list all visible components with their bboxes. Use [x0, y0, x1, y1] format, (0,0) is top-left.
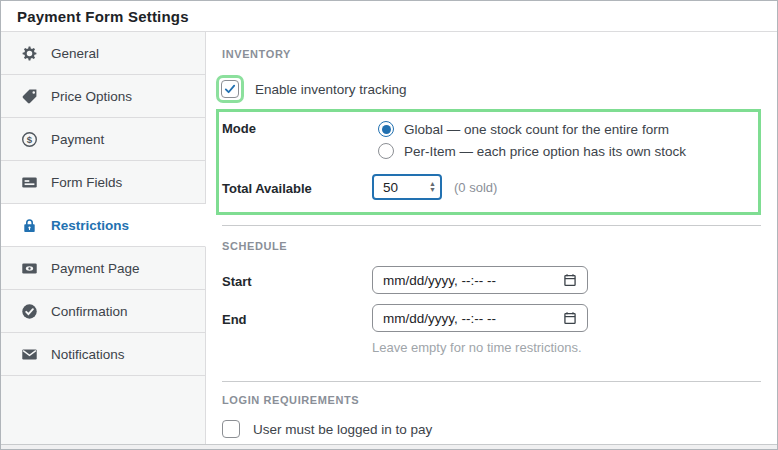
sidebar-item-payment[interactable]: $ Payment — [1, 118, 206, 161]
mode-label: Mode — [222, 118, 372, 136]
payment-form-settings-dialog: Payment Form Settings General Price Opti… — [0, 0, 778, 450]
svg-text:$: $ — [27, 133, 33, 144]
enable-inventory-tracking-row: Enable inventory tracking — [222, 75, 761, 103]
login-requirements-section-heading: Login Requirements — [222, 394, 761, 406]
sidebar-item-label: Payment — [51, 132, 104, 147]
sidebar-item-label: Notifications — [51, 347, 125, 362]
tag-icon — [21, 88, 38, 105]
inventory-options-highlight-box: Mode Global — one stock count for the en… — [216, 109, 761, 215]
total-available-value: 50 — [383, 180, 429, 195]
lock-icon — [21, 217, 38, 234]
sidebar-item-restrictions[interactable]: Restrictions — [1, 204, 206, 247]
calendar-icon[interactable] — [563, 311, 577, 325]
sidebar-item-label: Restrictions — [51, 218, 129, 233]
envelope-icon — [21, 346, 38, 363]
login-required-checkbox[interactable] — [222, 420, 240, 438]
dollar-circle-icon: $ — [21, 131, 38, 148]
total-available-input[interactable]: 50 ▲▼ — [372, 174, 442, 200]
total-available-label: Total Available — [222, 178, 372, 196]
schedule-start-row: Start mm/dd/yyyy, --:-- -- — [222, 266, 761, 294]
sidebar-item-form-fields[interactable]: Form Fields — [1, 161, 206, 204]
start-label: Start — [222, 271, 372, 289]
titlebar: Payment Form Settings — [1, 1, 777, 32]
restrictions-panel: Inventory Enable inventory tracking Mode… — [206, 32, 777, 444]
calendar-icon[interactable] — [563, 273, 577, 287]
total-available-row: Total Available 50 ▲▼ (0 sold) — [222, 174, 750, 200]
start-datetime-input[interactable]: mm/dd/yyyy, --:-- -- — [372, 266, 588, 294]
mode-row: Mode Global — one stock count for the en… — [222, 118, 750, 162]
section-divider — [222, 381, 761, 382]
settings-sidebar: General Price Options $ Payment Form Fie… — [1, 32, 206, 444]
mode-option-per-item[interactable]: Per-Item — each price option has its own… — [372, 140, 750, 162]
login-required-row: User must be logged in to pay — [222, 420, 761, 438]
radio-selected-icon[interactable] — [378, 121, 394, 137]
section-divider — [222, 225, 761, 226]
sold-count-note: (0 sold) — [454, 180, 497, 195]
schedule-end-row: End mm/dd/yyyy, --:-- -- — [222, 304, 761, 332]
highlight-ring — [216, 75, 244, 103]
enable-inventory-tracking-label: Enable inventory tracking — [255, 82, 407, 97]
gear-icon — [21, 45, 38, 62]
start-datetime-placeholder: mm/dd/yyyy, --:-- -- — [383, 273, 496, 288]
mode-option-per-item-label: Per-Item — each price option has its own… — [404, 144, 686, 159]
sidebar-item-label: Payment Page — [51, 261, 140, 276]
mode-radio-group: Global — one stock count for the entire … — [372, 118, 750, 162]
schedule-section-heading: Schedule — [222, 240, 761, 252]
inventory-section-heading: Inventory — [222, 48, 761, 60]
end-datetime-placeholder: mm/dd/yyyy, --:-- -- — [383, 311, 496, 326]
end-datetime-input[interactable]: mm/dd/yyyy, --:-- -- — [372, 304, 588, 332]
browser-eye-icon — [21, 260, 38, 277]
sidebar-item-confirmation[interactable]: Confirmation — [1, 290, 206, 333]
sidebar-item-label: Form Fields — [51, 175, 122, 190]
mode-option-global[interactable]: Global — one stock count for the entire … — [372, 118, 750, 140]
sidebar-item-label: General — [51, 46, 99, 61]
sidebar-filler — [1, 376, 206, 444]
stepper-down-icon[interactable]: ▼ — [429, 187, 436, 193]
mode-option-global-label: Global — one stock count for the entire … — [404, 122, 669, 137]
sidebar-item-price-options[interactable]: Price Options — [1, 75, 206, 118]
radio-unselected-icon[interactable] — [378, 143, 394, 159]
enable-inventory-tracking-checkbox[interactable] — [221, 80, 239, 98]
schedule-helper-text: Leave empty for no time restrictions. — [372, 340, 761, 355]
check-circle-icon — [21, 303, 38, 320]
sidebar-item-general[interactable]: General — [1, 32, 206, 75]
login-required-label: User must be logged in to pay — [253, 422, 432, 437]
sidebar-item-notifications[interactable]: Notifications — [1, 333, 206, 376]
sidebar-item-label: Price Options — [51, 89, 132, 104]
sidebar-item-label: Confirmation — [51, 304, 128, 319]
sidebar-item-payment-page[interactable]: Payment Page — [1, 247, 206, 290]
page-title: Payment Form Settings — [17, 8, 189, 25]
window-bottom-edge — [1, 444, 777, 449]
end-label: End — [222, 309, 372, 327]
form-card-icon — [21, 174, 38, 191]
number-stepper[interactable]: ▲▼ — [429, 181, 436, 193]
